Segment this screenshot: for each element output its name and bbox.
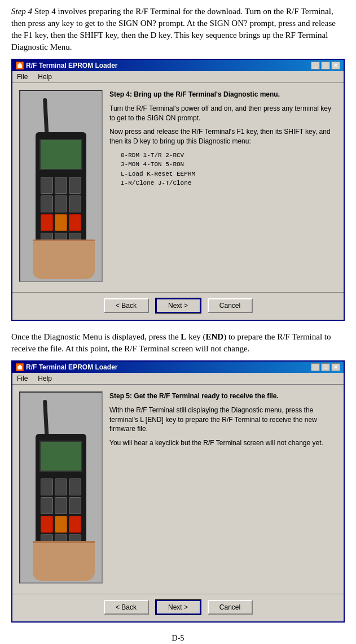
window-icon-1 [16,62,24,69]
title-bar-1: R/F Terminal EPROM Loader _ □ ✕ [12,60,344,71]
menu-bar-2: File Help [12,373,344,385]
code-line-3: L-Load K-Reset EEPRM [121,169,337,179]
menu-file-2[interactable]: File [15,374,30,383]
menu-help-1[interactable]: Help [36,72,54,81]
instruction-para-4: You will hear a keyclick but the R/F Ter… [109,438,337,448]
menu-help-2[interactable]: Help [36,374,54,383]
window-title-2: R/F Terminal EPROM Loader [26,363,117,371]
step-label: Step 4 [11,7,32,16]
menu-bar-1: File Help [12,71,344,83]
cancel-button-2[interactable]: Cancel [208,600,253,615]
code-block-1: 0-RDM 1-T/R 2-RCV 3-MON 4-TON 5-RON L-Lo… [121,151,337,188]
title-bar-2: R/F Terminal EPROM Loader _ □ ✕ [12,362,344,373]
maximize-button-1[interactable]: □ [321,62,330,69]
minimize-button-2[interactable]: _ [311,363,320,371]
button-row-2: < Back Next > Cancel [12,594,344,621]
body-paragraph-2: Once the Diagnostic Menu is displayed, p… [11,331,345,355]
close-button-2[interactable]: ✕ [331,363,340,371]
step-title-1: Step 4: Bring up the R/F Terminal's Diag… [109,90,337,99]
step-title-2: Step 5: Get the R/F Terminal ready to re… [109,391,337,401]
instructions-panel-1: Step 4: Bring up the R/F Terminal's Diag… [109,90,337,285]
body-paragraph-1: Step 4 Step 4 involves preparing the R/F… [11,6,345,53]
next-button-1[interactable]: Next > [156,298,201,313]
device-image-1 [19,90,103,282]
next-button-2[interactable]: Next > [156,600,201,615]
cancel-button-1[interactable]: Cancel [208,298,253,313]
window-content-2: Step 5: Get the R/F Terminal ready to re… [12,385,344,594]
svg-rect-3 [19,365,21,367]
code-line-1: 0-RDM 1-T/R 2-RCV [121,151,337,160]
body-text-1: Step 4 involves preparing the R/F Termin… [11,7,336,51]
menu-file-1[interactable]: File [15,72,30,81]
maximize-button-2[interactable]: □ [321,363,330,371]
window-icon-2 [16,363,24,371]
instruction-para-1: Turn the R/F Terminal's power off and on… [109,104,337,123]
window-title-1: R/F Terminal EPROM Loader [26,62,117,69]
window-content-1: Step 4: Bring up the R/F Terminal's Diag… [12,83,344,292]
minimize-button-1[interactable]: _ [311,62,320,69]
code-line-4: I-R/Clone J-T/Clone [121,179,337,188]
button-row-1: < Back Next > Cancel [12,292,344,320]
instructions-panel-2: Step 5: Get the R/F Terminal ready to re… [109,391,337,587]
close-button-1[interactable]: ✕ [331,62,340,69]
window-1: R/F Terminal EPROM Loader _ □ ✕ File Hel… [11,59,345,321]
code-line-2: 3-MON 4-TON 5-RON [121,160,337,169]
title-controls-1: _ □ ✕ [311,62,340,69]
back-button-1[interactable]: < Back [104,298,149,313]
title-controls-2: _ □ ✕ [311,363,340,371]
back-button-2[interactable]: < Back [104,600,149,615]
instruction-para-3: With the R/F Terminal still displaying t… [109,406,337,434]
svg-rect-1 [19,63,21,66]
page-number: D-5 [11,634,345,643]
window-2: R/F Terminal EPROM Loader _ □ ✕ File Hel… [11,360,345,623]
device-image-2 [19,391,103,584]
instruction-para-2: Now press and release the R/F Terminal's… [109,127,337,146]
